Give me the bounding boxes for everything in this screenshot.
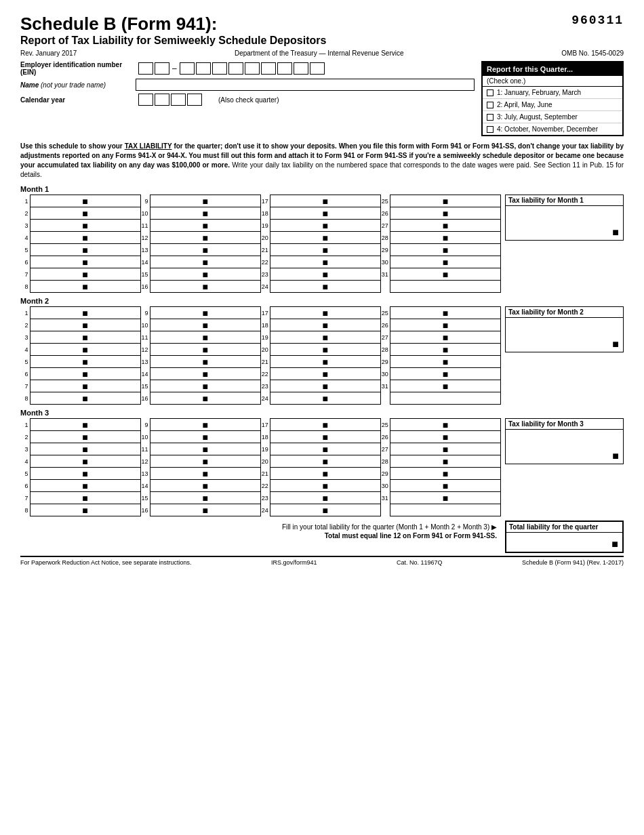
day-input-3-28[interactable]: ■ xyxy=(390,455,500,468)
day-input-3-16[interactable]: ■ xyxy=(150,504,260,516)
ein-box-6[interactable] xyxy=(228,62,243,75)
day-input-1-2[interactable]: ■ xyxy=(30,207,140,220)
total-liability-value[interactable]: ■ xyxy=(506,533,622,552)
ein-box-3[interactable] xyxy=(180,62,195,75)
day-input-3-15[interactable]: ■ xyxy=(150,492,260,504)
day-input-1-22[interactable]: ■ xyxy=(270,256,380,268)
day-input-2-2[interactable]: ■ xyxy=(30,319,140,331)
day-input-1-19[interactable]: ■ xyxy=(270,220,380,232)
day-input-1-9[interactable]: ■ xyxy=(150,195,260,207)
quarter-option-4[interactable]: 4: October, November, December xyxy=(483,123,622,135)
day-input-3-3[interactable]: ■ xyxy=(30,443,140,455)
day-input-1-20[interactable]: ■ xyxy=(270,232,380,244)
day-input-2-18[interactable]: ■ xyxy=(270,319,380,331)
day-input-2-25[interactable]: ■ xyxy=(390,307,500,319)
day-input-3-7[interactable]: ■ xyxy=(30,492,140,504)
day-input-1-8[interactable]: ■ xyxy=(30,281,140,293)
day-input-1-28[interactable]: ■ xyxy=(390,232,500,244)
day-input-3-21[interactable]: ■ xyxy=(270,468,380,480)
day-input-3-27[interactable]: ■ xyxy=(390,443,500,455)
ein-input-area[interactable]: – xyxy=(138,62,325,75)
day-input-3-6[interactable]: ■ xyxy=(30,480,140,492)
day-input-2-20[interactable]: ■ xyxy=(270,344,380,356)
day-input-3-31[interactable]: ■ xyxy=(390,492,500,504)
day-input-3-10[interactable]: ■ xyxy=(150,431,260,443)
day-input-3-18[interactable]: ■ xyxy=(270,431,380,443)
checkbox-q1[interactable] xyxy=(487,89,494,96)
day-input-1-4[interactable]: ■ xyxy=(30,232,140,244)
day-input-2-4[interactable]: ■ xyxy=(30,344,140,356)
day-input-1-29[interactable]: ■ xyxy=(390,244,500,256)
day-input-2-29[interactable]: ■ xyxy=(390,356,500,368)
day-input-1-21[interactable]: ■ xyxy=(270,244,380,256)
day-input-2-17[interactable]: ■ xyxy=(270,307,380,319)
tax-liability-value-2[interactable]: ■ xyxy=(506,318,623,352)
day-input-3-30[interactable]: ■ xyxy=(390,480,500,492)
day-input-2-13[interactable]: ■ xyxy=(150,356,260,368)
day-input-3-5[interactable]: ■ xyxy=(30,468,140,480)
day-input-2-30[interactable]: ■ xyxy=(390,368,500,380)
checkbox-q3[interactable] xyxy=(487,114,494,121)
day-input-2-24[interactable]: ■ xyxy=(270,392,380,405)
day-input-1-16[interactable]: ■ xyxy=(150,281,260,293)
ein-box-2[interactable] xyxy=(155,62,169,75)
day-input-2-6[interactable]: ■ xyxy=(30,368,140,380)
day-input-3-29[interactable]: ■ xyxy=(390,468,500,480)
day-input-3-19[interactable]: ■ xyxy=(270,443,380,455)
day-input-3-20[interactable]: ■ xyxy=(270,455,380,468)
ein-box-11[interactable] xyxy=(310,62,325,75)
day-input-3-25[interactable]: ■ xyxy=(390,419,500,431)
cal-box-2[interactable] xyxy=(155,94,169,106)
day-input-1-12[interactable]: ■ xyxy=(150,232,260,244)
day-input-3-13[interactable]: ■ xyxy=(150,468,260,480)
day-input-2-5[interactable]: ■ xyxy=(30,356,140,368)
day-input-1-13[interactable]: ■ xyxy=(150,244,260,256)
day-input-2-7[interactable]: ■ xyxy=(30,380,140,392)
day-input-2-28[interactable]: ■ xyxy=(390,344,500,356)
quarter-option-3[interactable]: 3: July, August, September xyxy=(483,111,622,123)
day-input-3-26[interactable]: ■ xyxy=(390,431,500,443)
day-input-1-10[interactable]: ■ xyxy=(150,207,260,220)
day-input-1-7[interactable]: ■ xyxy=(30,268,140,281)
day-input-2-19[interactable]: ■ xyxy=(270,331,380,344)
day-input-2-8[interactable]: ■ xyxy=(30,392,140,405)
day-input-1-24[interactable]: ■ xyxy=(270,281,380,293)
day-input-3-2[interactable]: ■ xyxy=(30,431,140,443)
day-input-1-31[interactable]: ■ xyxy=(390,268,500,281)
day-input-3-1[interactable]: ■ xyxy=(30,419,140,431)
day-input-2-11[interactable]: ■ xyxy=(150,331,260,344)
day-input-2-26[interactable]: ■ xyxy=(390,319,500,331)
checkbox-q4[interactable] xyxy=(487,126,494,133)
day-input-2-12[interactable]: ■ xyxy=(150,344,260,356)
ein-box-5[interactable] xyxy=(212,62,227,75)
quarter-option-1[interactable]: 1: January, February, March xyxy=(483,87,622,99)
ein-box-8[interactable] xyxy=(261,62,276,75)
quarter-option-2[interactable]: 2: April, May, June xyxy=(483,99,622,111)
day-input-3-23[interactable]: ■ xyxy=(270,492,380,504)
day-input-2-27[interactable]: ■ xyxy=(390,331,500,344)
day-input-2-3[interactable]: ■ xyxy=(30,331,140,344)
day-input-3-4[interactable]: ■ xyxy=(30,455,140,468)
day-input-3-14[interactable]: ■ xyxy=(150,480,260,492)
day-input-1-6[interactable]: ■ xyxy=(30,256,140,268)
day-input-2-22[interactable]: ■ xyxy=(270,368,380,380)
name-input[interactable] xyxy=(136,79,475,91)
day-input-1-18[interactable]: ■ xyxy=(270,207,380,220)
day-input-1-3[interactable]: ■ xyxy=(30,220,140,232)
day-input-1-1[interactable]: ■ xyxy=(30,195,140,207)
day-input-3-12[interactable]: ■ xyxy=(150,455,260,468)
day-input-2-15[interactable]: ■ xyxy=(150,380,260,392)
day-input-1-26[interactable]: ■ xyxy=(390,207,500,220)
day-input-3-22[interactable]: ■ xyxy=(270,480,380,492)
day-input-1-23[interactable]: ■ xyxy=(270,268,380,281)
ein-box-7[interactable] xyxy=(245,62,260,75)
day-input-3-24[interactable]: ■ xyxy=(270,504,380,516)
day-input-3-8[interactable]: ■ xyxy=(30,504,140,516)
day-input-2-14[interactable]: ■ xyxy=(150,368,260,380)
day-input-1-17[interactable]: ■ xyxy=(270,195,380,207)
day-input-1-15[interactable]: ■ xyxy=(150,268,260,281)
day-input-2-10[interactable]: ■ xyxy=(150,319,260,331)
calendar-year-input[interactable] xyxy=(138,94,202,106)
day-input-1-27[interactable]: ■ xyxy=(390,220,500,232)
day-input-1-30[interactable]: ■ xyxy=(390,256,500,268)
